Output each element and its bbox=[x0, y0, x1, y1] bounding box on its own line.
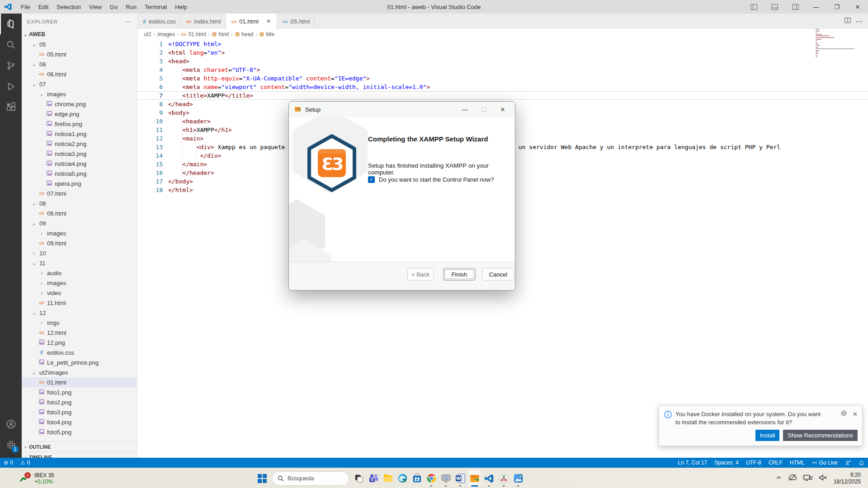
breadcrumb-title[interactable]: title bbox=[259, 31, 274, 38]
taskbar-store-icon[interactable] bbox=[410, 469, 423, 488]
tree-item-01-html[interactable]: <>01.html bbox=[22, 377, 137, 387]
menu-go[interactable]: Go bbox=[106, 0, 122, 14]
taskbar-xampp-setup-icon[interactable] bbox=[468, 469, 481, 488]
restore-button[interactable]: ❐ bbox=[826, 0, 847, 14]
back-button[interactable]: < Back bbox=[407, 268, 434, 281]
taskbar-file-explorer-icon[interactable] bbox=[382, 469, 394, 488]
status-ln-7-col-17[interactable]: Ln 7, Col 17 bbox=[675, 458, 711, 468]
taskbar-word-icon[interactable]: W bbox=[454, 469, 467, 488]
section-timeline[interactable]: ›TIMELINE bbox=[22, 452, 137, 458]
minimize-button[interactable]: — bbox=[806, 0, 826, 14]
activity-search-icon[interactable] bbox=[0, 34, 22, 55]
cancel-button[interactable]: Cancel bbox=[482, 268, 514, 281]
tree-item-07[interactable]: ⌄07 bbox=[22, 79, 137, 89]
activity-run-debug-icon[interactable] bbox=[0, 76, 22, 97]
tree-item-noticia2-png[interactable]: noticia2.png bbox=[22, 139, 137, 149]
tree-item-ut2-images[interactable]: ⌄ut2\images bbox=[22, 367, 137, 377]
tab-estilos-css[interactable]: #estilos.css bbox=[137, 14, 181, 29]
code-line-4[interactable]: 4 <meta charset="UTF-8"> bbox=[137, 66, 868, 74]
menu-view[interactable]: View bbox=[85, 0, 106, 14]
status-crlf[interactable]: CRLF bbox=[765, 458, 786, 468]
tree-item-imgs[interactable]: ›imgs bbox=[22, 318, 137, 328]
tree-item-08[interactable]: ⌄08 bbox=[22, 198, 137, 208]
tray-chevron-up-icon[interactable] bbox=[776, 474, 782, 483]
tree-item-foto5-png[interactable]: foto5.png bbox=[22, 427, 137, 437]
taskbar-photos-icon[interactable] bbox=[512, 469, 524, 488]
tree-item-06[interactable]: ⌄06 bbox=[22, 59, 137, 69]
tree-item-09[interactable]: ⌄09 bbox=[22, 218, 137, 228]
tree-item-images[interactable]: ⌄images bbox=[22, 89, 137, 99]
tree-item-foto3-png[interactable]: foto3.png bbox=[22, 407, 137, 417]
taskbar-chrome-icon[interactable] bbox=[425, 469, 438, 488]
notification-settings-icon[interactable] bbox=[840, 410, 847, 418]
explorer-more-actions-icon[interactable]: ⋯ bbox=[125, 18, 132, 25]
tree-item-chrome-png[interactable]: chrome.png bbox=[22, 99, 137, 109]
search-box[interactable]: Búsqueda bbox=[272, 471, 349, 486]
tree-item-images[interactable]: ›images bbox=[22, 228, 137, 238]
tree-item-05-html[interactable]: <>05.html bbox=[22, 49, 137, 59]
tree-item-08-html[interactable]: <>08.html bbox=[22, 208, 137, 218]
tree-item-11-html[interactable]: <>11.html bbox=[22, 298, 137, 308]
status-html[interactable]: HTML bbox=[786, 458, 808, 468]
menu-file[interactable]: File bbox=[17, 0, 34, 14]
tree-item-12-html[interactable]: <>12.html bbox=[22, 328, 137, 338]
code-line-5[interactable]: 5 <meta http-equiv="X-UA-Compatible" con… bbox=[137, 74, 868, 83]
status-warning-icon[interactable]: ⚠0 bbox=[17, 458, 33, 468]
tab-01-html[interactable]: <>01.html✕ bbox=[226, 14, 277, 29]
taskbar-task-view-icon[interactable] bbox=[353, 469, 365, 488]
taskbar-snipping-tool-icon[interactable] bbox=[497, 469, 510, 488]
tree-item-noticia3-png[interactable]: noticia3.png bbox=[22, 149, 137, 159]
menu-run[interactable]: Run bbox=[122, 0, 141, 14]
status-spaces-4[interactable]: Spaces: 4 bbox=[711, 458, 742, 468]
tree-item-07-html[interactable]: <>07.html bbox=[22, 188, 137, 198]
notifications-bell-icon[interactable] bbox=[855, 458, 868, 468]
tree-item-06-html[interactable]: <>06.html bbox=[22, 69, 137, 79]
onedrive-off-icon[interactable] bbox=[788, 474, 797, 483]
taskbar-wireless-display-icon[interactable] bbox=[439, 469, 452, 488]
section-outline[interactable]: ›OUTLINE bbox=[22, 441, 137, 452]
tree-item-foto1-png[interactable]: foto1.png bbox=[22, 387, 137, 397]
tree-item-video[interactable]: ›video bbox=[22, 288, 137, 298]
breadcrumb-ut2[interactable]: ut2 bbox=[144, 31, 151, 38]
tab-index-html[interactable]: <>index.html bbox=[181, 14, 226, 29]
breadcrumb-head[interactable]: head bbox=[235, 31, 254, 38]
display-network-icon[interactable] bbox=[803, 474, 812, 483]
code-line-6[interactable]: 6 <meta name="viewport" content="width=d… bbox=[137, 83, 868, 91]
tree-item-09-html[interactable]: <>09.html bbox=[22, 238, 137, 248]
activity-settings-icon[interactable]: 1 bbox=[0, 434, 22, 455]
tree-item-edge-png[interactable]: edge.png bbox=[22, 109, 137, 119]
tree-item-opera-png[interactable]: opera.png bbox=[22, 178, 137, 188]
activity-extensions-icon[interactable] bbox=[0, 97, 22, 117]
breadcrumb-01-html[interactable]: <>01.html bbox=[181, 31, 206, 38]
install-button[interactable]: Install bbox=[755, 430, 780, 441]
status-utf-8[interactable]: UTF-8 bbox=[742, 458, 765, 468]
tree-item-noticia1-png[interactable]: noticia1.png bbox=[22, 129, 137, 139]
tree-item-estilos-css[interactable]: #estilos.css bbox=[22, 347, 137, 357]
start-button[interactable] bbox=[256, 469, 269, 488]
layout-customize-icon[interactable] bbox=[785, 0, 806, 14]
notification-close-icon[interactable]: ✕ bbox=[853, 411, 858, 418]
volume-mute-icon[interactable] bbox=[819, 474, 827, 483]
tree-item-le-petit-prince-png[interactable]: Le_petit_prince.png bbox=[22, 357, 137, 367]
dialog-maximize-icon[interactable]: ☐ bbox=[474, 103, 493, 116]
tree-item-firefox-png[interactable]: firefox.png bbox=[22, 119, 137, 129]
close-button[interactable]: ✕ bbox=[847, 0, 868, 14]
menu-edit[interactable]: Edit bbox=[34, 0, 52, 14]
menu-selection[interactable]: Selection bbox=[52, 0, 85, 14]
tree-item-images[interactable]: ›images bbox=[22, 278, 137, 288]
tree-item-audio[interactable]: ›audio bbox=[22, 268, 137, 278]
taskbar-edge-icon[interactable] bbox=[396, 469, 409, 488]
activity-explorer-icon[interactable] bbox=[0, 14, 22, 34]
minimap[interactable] bbox=[816, 29, 856, 58]
tree-item-noticia5-png[interactable]: noticia5.png bbox=[22, 169, 137, 178]
tree-item-foto2-png[interactable]: foto2.png bbox=[22, 397, 137, 407]
clock[interactable]: 9:20 18/12/2025 bbox=[834, 472, 861, 485]
tree-item-12-png[interactable]: 12.png bbox=[22, 338, 137, 347]
code-line-3[interactable]: 3<head> bbox=[137, 57, 868, 66]
dialog-close-icon[interactable]: ✕ bbox=[493, 103, 512, 116]
tree-root-aweb[interactable]: ⌄ AWEB bbox=[22, 29, 137, 39]
code-line-7[interactable]: 7 <title>XAMPP</title> bbox=[137, 91, 868, 100]
tree-item-10[interactable]: ›10 bbox=[22, 248, 137, 258]
finish-button[interactable]: Finish bbox=[443, 268, 476, 281]
start-control-panel-checkbox[interactable]: ✓ bbox=[368, 176, 375, 183]
